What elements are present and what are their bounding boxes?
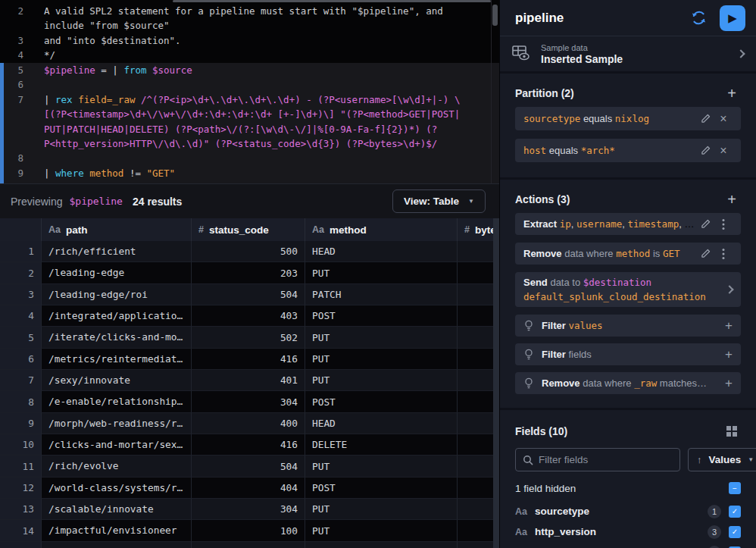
- text-segment: [135, 94, 141, 105]
- pencil-icon: [700, 248, 711, 259]
- field-type-icon: Aa: [515, 527, 535, 537]
- add-action-button[interactable]: +: [723, 190, 741, 208]
- values-sort-label: Values: [709, 454, 742, 465]
- partition-chip[interactable]: host equals *arch*×: [515, 139, 741, 162]
- text-segment: ;: [152, 182, 158, 183]
- path-cell: /leading-edge/roi: [42, 284, 192, 305]
- checkbox-checked-icon[interactable]: ✓: [729, 506, 741, 518]
- lightbulb-icon-wrap: [523, 374, 534, 393]
- code-line[interactable]: include "from $source": [0, 18, 499, 33]
- action-cards: Extract ip, username, timestamp, method,…: [515, 213, 741, 307]
- action-menu-button[interactable]: [714, 215, 733, 233]
- text-segment: data to: [548, 277, 583, 288]
- column-header-method[interactable]: Aamethod: [305, 218, 458, 241]
- spl2-code-editor[interactable]: 2A valid SPL2 statement for a pipeline m…: [0, 0, 499, 183]
- code-line[interactable]: 5$pipeline = | from $source: [0, 63, 499, 77]
- method-cell: HEAD: [305, 241, 458, 262]
- method-cell: POST: [305, 478, 458, 499]
- code-line[interactable]: 9| where method != "GET": [0, 166, 499, 180]
- field-row-http_version[interactable]: Aahttp_version3✓: [515, 521, 741, 542]
- action-line-1: Send data to $destination: [523, 275, 726, 290]
- code-line[interactable]: 7| rex field=_raw /^(?P<ip>\d+\.\d+\.\d+…: [0, 92, 499, 107]
- method-cell: PUT: [305, 370, 458, 391]
- method-cell: PUT: [305, 327, 458, 348]
- status-code-cell: 401: [192, 370, 305, 391]
- editor-vertical-scrollbar[interactable]: [491, 0, 499, 183]
- code-line[interactable]: 8: [0, 151, 499, 165]
- grid-view-icon[interactable]: [723, 422, 741, 440]
- sync-icon[interactable]: [689, 9, 708, 27]
- table-row-partial: [0, 542, 499, 548]
- action-remove[interactable]: Remove data where method is GET: [515, 243, 741, 265]
- path-cell: /leading-edge: [42, 262, 192, 283]
- add-partition-button[interactable]: +: [723, 84, 741, 102]
- method-cell: PATCH: [305, 284, 458, 305]
- table-vertical-scrollbar[interactable]: [493, 218, 499, 548]
- hidden-fields-note: 1 field hidden: [515, 483, 729, 494]
- code-line[interactable]: 10| into $destination;: [0, 180, 499, 183]
- field-type-icon: Aa: [515, 506, 535, 517]
- action-menu-button[interactable]: [714, 245, 733, 263]
- add-suggestion-button[interactable]: +: [725, 319, 733, 332]
- code-text: | into $destination;: [33, 180, 158, 183]
- remove-partition-button[interactable]: ×: [714, 142, 733, 160]
- code-line[interactable]: 6: [0, 77, 499, 92]
- edit-action-button[interactable]: [696, 245, 714, 263]
- sample-data-row[interactable]: Sample data Inserted Sample: [500, 36, 756, 74]
- partition-chip[interactable]: sourcetype equals nixlog×: [515, 107, 741, 130]
- text-segment: timestamp: [627, 218, 679, 230]
- suggestion-filter-values[interactable]: Filter values+: [515, 315, 741, 337]
- partition-title: Partition (2): [515, 87, 723, 99]
- column-header-path[interactable]: Aapath: [42, 218, 192, 241]
- code-line[interactable]: P<http_version>HTTP\/\d\.\d)" (?P<status…: [0, 136, 499, 151]
- run-preview-button[interactable]: ▶: [720, 5, 745, 31]
- text-segment: "GET": [147, 168, 176, 179]
- line-number: [0, 136, 33, 151]
- edit-partition-button[interactable]: [696, 142, 714, 160]
- checkbox-indeterminate-icon[interactable]: −: [729, 482, 741, 494]
- action-extract[interactable]: Extract ip, username, timestamp, method,…: [515, 213, 741, 235]
- line-number: 10: [0, 180, 33, 183]
- column-header-status_code[interactable]: #status_code: [192, 218, 305, 241]
- checkbox-checked-icon[interactable]: ✓: [729, 526, 741, 538]
- row-number-cell: 9: [0, 413, 42, 434]
- editor-horizontal-scrollbar[interactable]: [173, 0, 491, 2]
- editor-scrollbar-thumb[interactable]: [492, 5, 498, 26]
- status-code-cell: 504: [192, 456, 305, 477]
- code-line[interactable]: 2A valid SPL2 statement for a pipeline m…: [0, 4, 499, 18]
- line-number: 2: [0, 4, 33, 18]
- view-table-button[interactable]: View: Table ▼: [392, 189, 486, 213]
- partition-rule-text: sourcetype equals nixlog: [523, 113, 696, 124]
- text-segment: !=: [123, 168, 146, 179]
- column-label: path: [66, 224, 88, 236]
- lightbulb-icon: [524, 320, 533, 332]
- code-line[interactable]: 3and "into $destination".: [0, 33, 499, 48]
- text-segment: equals: [546, 145, 581, 156]
- edit-partition-button[interactable]: [696, 110, 714, 128]
- edit-action-button[interactable]: [696, 215, 714, 233]
- text-segment: Remove: [523, 248, 562, 259]
- filter-fields-input[interactable]: [539, 454, 673, 465]
- add-suggestion-button[interactable]: +: [725, 377, 733, 390]
- field-row-method[interactable]: Aamethod5✓: [515, 542, 741, 548]
- text-segment: into: [55, 182, 78, 183]
- suggestion-remove-raw[interactable]: Remove data where _raw matches…+: [515, 372, 741, 394]
- code-line[interactable]: PUT|PATCH|HEAD|DELETE) (?P<path>\/(?:[\w…: [0, 122, 499, 136]
- values-sort-dropdown[interactable]: ↑ Values ▼: [688, 448, 756, 471]
- code-line[interactable]: [(?P<timestamp>\d+\/\w+\/\d+:\d+:\d+:\d+…: [0, 107, 499, 121]
- action-send[interactable]: Send data to $destinationdefault_splunk_…: [515, 272, 741, 307]
- text-segment: PUT|PATCH|HEAD|DELETE) (?P<path>\/(?:[\w…: [44, 124, 437, 135]
- add-suggestion-button[interactable]: +: [725, 348, 733, 361]
- code-text: $pipeline = | from $source: [33, 63, 192, 77]
- suggestion-filter-fields[interactable]: Filter fields+: [515, 343, 741, 365]
- sample-data-eyebrow: Sample data: [541, 43, 728, 52]
- row-number-cell: 14: [0, 520, 42, 541]
- action-suggestions: Filter values+Filter fields+Remove data …: [515, 315, 741, 394]
- code-line[interactable]: 4*/: [0, 48, 499, 62]
- method-cell: DELETE: [305, 434, 458, 456]
- field-row-sourcetype[interactable]: Aasourcetype1✓: [515, 501, 741, 521]
- code-text: include "from $source": [33, 18, 170, 33]
- remove-partition-button[interactable]: ×: [714, 110, 733, 128]
- text-segment: [(?P<timestamp>\d+\/\w+\/\d+:\d+:\d+:\d+…: [44, 108, 460, 120]
- text-segment: host: [523, 145, 546, 156]
